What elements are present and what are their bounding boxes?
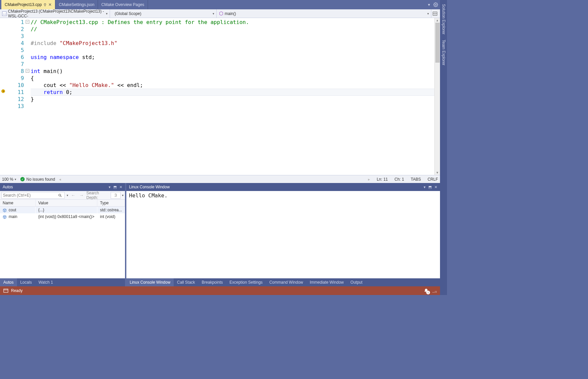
team-explorer-tab[interactable]: Team Explorer	[441, 40, 446, 65]
document-tab-active[interactable]: CMakeProject13.cpp ⚲ ✕	[1, 0, 55, 9]
status-bar: Ready 1 ⣀⣤	[0, 286, 440, 295]
search-options-dropdown-icon[interactable]: ▾	[67, 194, 68, 197]
method-icon	[219, 11, 223, 16]
locals-tab[interactable]: Locals	[17, 278, 35, 286]
column-header-value[interactable]: Value	[35, 200, 97, 207]
scope-label: (Global Scope)	[112, 11, 141, 16]
scroll-down-icon[interactable]: ▼	[436, 171, 439, 174]
issues-label: No issues found	[26, 177, 55, 182]
solution-explorer-tab[interactable]: Solution Explorer	[441, 4, 446, 34]
project-scope-dropdown[interactable]: ++ CMakeProject13 (CMakeProject13\CMakeP…	[0, 9, 110, 18]
close-icon[interactable]: ✕	[48, 2, 52, 7]
member-label: main()	[225, 11, 236, 16]
chevron-down-icon: ▾	[213, 12, 214, 15]
autos-pane: Autos ▾ ⬒ ✕ ▾ ← →	[0, 183, 125, 286]
pin-icon[interactable]: ⚲	[44, 3, 46, 7]
close-icon[interactable]: ✕	[119, 185, 122, 189]
autos-header[interactable]: Autos ▾ ⬒ ✕	[0, 183, 125, 191]
chevron-down-icon: ▾	[427, 12, 429, 15]
console-title: Linux Console Window	[129, 185, 170, 189]
output-pane-icon[interactable]	[3, 289, 8, 293]
gear-icon[interactable]	[433, 2, 438, 7]
chevron-down-icon: ▾	[15, 178, 16, 181]
nav-back-icon[interactable]: ←	[70, 193, 77, 198]
line-ending: CRLF	[428, 177, 438, 182]
tab-overflow-dropdown-icon[interactable]: ▾	[428, 2, 430, 7]
document-tab-label: CMakeProject13.cpp	[5, 2, 42, 7]
column-header-type[interactable]: Type	[97, 200, 125, 207]
scrollbar-thumb[interactable]	[435, 23, 440, 63]
notifications-icon[interactable]: 1	[424, 288, 429, 293]
linux-console-tab[interactable]: Linux Console Window	[126, 278, 174, 286]
code-area[interactable]: // CMakeProject13.cpp : Defines the entr…	[31, 18, 434, 175]
search-icon[interactable]	[58, 193, 62, 197]
breakpoints-tab[interactable]: Breakpoints	[198, 278, 226, 286]
member-dropdown[interactable]: main() ▾	[217, 9, 431, 18]
variable-icon	[3, 208, 7, 212]
search-depth-label: Search Depth:	[86, 191, 109, 200]
autos-title: Autos	[3, 185, 13, 189]
cursor-line: Ln: 11	[377, 177, 388, 182]
chevron-down-icon[interactable]: ▾	[122, 194, 124, 197]
chevron-down-icon: ▾	[106, 12, 108, 15]
console-tab-strip: Linux Console Window Call Stack Breakpoi…	[126, 278, 440, 286]
scope-dropdown[interactable]: (Global Scope) ▾	[110, 9, 217, 18]
autos-table[interactable]: Name Value Type cout{...}std::ostrea...m…	[0, 200, 125, 278]
vertical-scrollbar[interactable]: ▲ ▼	[434, 18, 440, 175]
document-tab-label: CMakeSettings.json	[59, 2, 94, 7]
navigation-bar: ++ CMakeProject13 (CMakeProject13\CMakeP…	[0, 9, 440, 18]
autos-row[interactable]: main{int (void)} 0x80011a9 <main()>int (…	[0, 213, 125, 220]
variable-icon	[3, 215, 7, 219]
resize-grip-icon[interactable]: ⣀⣤	[432, 288, 437, 293]
output-tab[interactable]: Output	[347, 278, 366, 286]
project-scope-label: CMakeProject13 (CMakeProject13\CMakeProj…	[8, 9, 105, 18]
svg-text:++: ++	[3, 12, 6, 15]
window-options-icon[interactable]: ▾	[424, 185, 426, 189]
immediate-window-tab[interactable]: Immediate Window	[306, 278, 347, 286]
document-tab[interactable]: CMake Overview Pages	[98, 0, 148, 9]
svg-line-8	[61, 196, 62, 197]
scroll-up-icon[interactable]: ▲	[436, 19, 439, 22]
autos-toolbar: ▾ ← → Search Depth: ▾	[0, 191, 125, 200]
column-header-name[interactable]: Name	[0, 200, 35, 207]
search-depth-input[interactable]	[111, 192, 121, 199]
notification-badge: 1	[426, 291, 430, 294]
document-tab-label: CMake Overview Pages	[101, 2, 144, 7]
code-editor[interactable]: 1−2345678−910111213 // CMakeProject13.cp…	[0, 18, 440, 175]
autos-tab[interactable]: Autos	[0, 278, 17, 286]
svg-rect-9	[4, 289, 8, 292]
check-icon: ✓	[20, 177, 25, 181]
call-stack-tab[interactable]: Call Stack	[174, 278, 198, 286]
pin-icon[interactable]: ⬒	[428, 185, 432, 189]
watch-tab[interactable]: Watch 1	[35, 278, 56, 286]
pin-icon[interactable]: ⬒	[113, 185, 117, 189]
exception-settings-tab[interactable]: Exception Settings	[226, 278, 266, 286]
window-options-icon[interactable]: ▾	[109, 185, 111, 189]
issues-indicator[interactable]: ✓ No issues found	[20, 177, 55, 182]
console-pane: Linux Console Window ▾ ⬒ ✕ Hello CMake. …	[126, 183, 440, 286]
zoom-value: 100 %	[2, 177, 13, 182]
cursor-col: Ch: 1	[395, 177, 404, 182]
fold-toggle-icon[interactable]: −	[26, 20, 29, 24]
scroll-left-icon[interactable]: ◂	[59, 177, 61, 182]
cpp-file-icon: ++	[2, 11, 7, 16]
split-window-icon[interactable]	[431, 11, 439, 16]
console-header[interactable]: Linux Console Window ▾ ⬒ ✕	[126, 183, 440, 191]
close-icon[interactable]: ✕	[434, 185, 437, 189]
document-tab-bar: CMakeProject13.cpp ⚲ ✕ CMakeSettings.jso…	[0, 0, 440, 9]
autos-row[interactable]: cout{...}std::ostrea...	[0, 207, 125, 214]
fold-toggle-icon[interactable]: −	[26, 69, 29, 73]
scroll-right-icon[interactable]: ▸	[368, 177, 370, 182]
command-window-tab[interactable]: Command Window	[266, 278, 306, 286]
autos-search-input[interactable]	[1, 192, 65, 199]
console-output[interactable]: Hello CMake.	[126, 191, 440, 200]
nav-forward-icon[interactable]: →	[78, 193, 85, 198]
right-side-panel-strip: Solution Explorer Team Explorer	[440, 0, 447, 295]
status-text: Ready	[11, 288, 23, 293]
svg-point-7	[59, 194, 61, 196]
zoom-dropdown[interactable]: 100 % ▾	[2, 177, 16, 182]
console-line: Hello CMake.	[129, 192, 168, 199]
autos-tab-strip: Autos Locals Watch 1	[0, 278, 125, 286]
editor-status-bar: 100 % ▾ ✓ No issues found ◂ ▸ Ln: 11 Ch:…	[0, 175, 440, 183]
document-tab[interactable]: CMakeSettings.json	[55, 0, 98, 9]
